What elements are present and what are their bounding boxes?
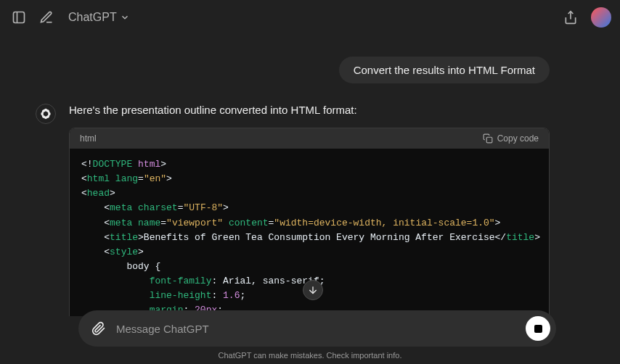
assistant-avatar bbox=[36, 104, 56, 124]
tok: meta bbox=[110, 202, 132, 213]
tok: > bbox=[138, 232, 144, 243]
stop-generating-button[interactable] bbox=[526, 316, 550, 341]
tok: < bbox=[104, 247, 110, 257]
copy-icon bbox=[483, 133, 493, 144]
tok: > bbox=[138, 247, 144, 257]
tok: DOCTYPE bbox=[93, 159, 133, 170]
tok: line-height bbox=[150, 290, 212, 301]
model-dropdown[interactable]: ChatGPT bbox=[64, 8, 134, 27]
user-message-row: Convert the results into HTML Format bbox=[70, 57, 550, 83]
tok: head bbox=[87, 188, 110, 199]
chat-main: Convert the results into HTML Format Her… bbox=[0, 35, 620, 316]
message-input[interactable] bbox=[116, 323, 518, 335]
tok: charset bbox=[138, 202, 178, 213]
model-name: ChatGPT bbox=[68, 11, 117, 24]
tok: < bbox=[104, 232, 110, 243]
tok: style bbox=[110, 247, 138, 257]
attach-button[interactable] bbox=[89, 318, 109, 339]
tok: content bbox=[229, 218, 269, 228]
copy-code-label: Copy code bbox=[497, 133, 539, 144]
assistant-message-row: Here's the presentation outline converte… bbox=[36, 104, 550, 316]
chevron-down-icon bbox=[120, 12, 130, 22]
tok: Benefits of Green Tea Consumption Every … bbox=[144, 232, 495, 243]
tok: : bbox=[211, 290, 223, 301]
tok: > bbox=[495, 218, 501, 228]
message-input-area bbox=[78, 310, 556, 347]
tok: font-family bbox=[150, 276, 212, 286]
app-header: ChatGPT bbox=[0, 0, 620, 35]
tok: = bbox=[160, 218, 166, 228]
tok: title bbox=[506, 232, 534, 243]
tok: "UTF-8" bbox=[183, 202, 223, 213]
tok: title bbox=[110, 232, 138, 243]
assistant-intro-text: Here's the presentation outline converte… bbox=[69, 104, 550, 116]
tok: < bbox=[104, 218, 110, 228]
disclaimer-footer: ChatGPT can make mistakes. Check importa… bbox=[0, 351, 620, 360]
tok: </ bbox=[495, 232, 507, 243]
code-header: html Copy code bbox=[70, 128, 549, 149]
tok: name bbox=[138, 218, 160, 228]
tok: > bbox=[223, 202, 229, 213]
svg-rect-0 bbox=[14, 12, 25, 23]
user-message-bubble: Convert the results into HTML Format bbox=[339, 57, 550, 83]
svg-rect-3 bbox=[486, 137, 492, 143]
scroll-to-bottom-button[interactable] bbox=[303, 280, 323, 300]
tok: "en" bbox=[144, 173, 166, 184]
code-lang-label: html bbox=[80, 133, 97, 144]
tok: body { bbox=[126, 261, 160, 272]
tok: > bbox=[160, 159, 166, 170]
chat-area: Convert the results into HTML Format Her… bbox=[70, 35, 550, 316]
tok: "viewport" bbox=[166, 218, 223, 228]
tok: > bbox=[534, 232, 540, 243]
copy-code-button[interactable]: Copy code bbox=[483, 133, 539, 144]
tok: 1.6 bbox=[223, 290, 240, 301]
tok: < bbox=[81, 188, 87, 199]
header-left: ChatGPT bbox=[9, 7, 134, 28]
tok: < bbox=[104, 202, 110, 213]
tok: > bbox=[166, 173, 172, 184]
tok: ; bbox=[240, 290, 245, 301]
tok: > bbox=[110, 188, 115, 199]
header-right bbox=[560, 7, 611, 28]
tok: html bbox=[138, 159, 160, 170]
new-chat-icon[interactable] bbox=[36, 7, 57, 28]
user-avatar[interactable] bbox=[591, 7, 611, 28]
tok: "width=device-width, initial-scale=1.0" bbox=[274, 218, 494, 228]
paperclip-icon bbox=[91, 321, 106, 336]
tok: <! bbox=[81, 159, 93, 170]
tok: meta bbox=[110, 218, 132, 228]
tok: = bbox=[138, 173, 144, 184]
tok: lang bbox=[115, 173, 138, 184]
share-icon[interactable] bbox=[560, 7, 581, 28]
tok: html bbox=[87, 173, 110, 184]
sidebar-toggle-icon[interactable] bbox=[9, 7, 29, 28]
tok: < bbox=[81, 173, 87, 184]
stop-icon bbox=[534, 325, 542, 333]
arrow-down-icon bbox=[307, 284, 319, 296]
